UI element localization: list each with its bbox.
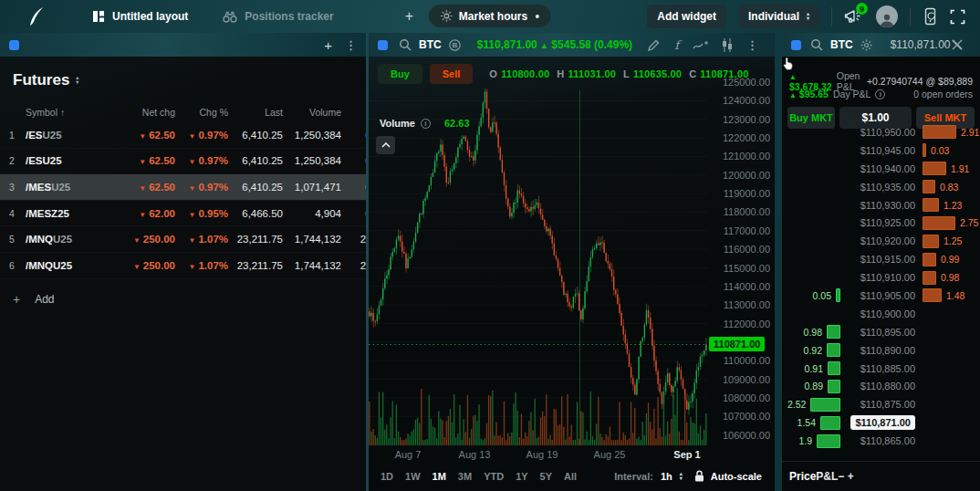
ladder-row[interactable]: 0.05$110,905.001.48 [782,287,980,305]
watchlist-title[interactable]: Futures ▴▾ [0,57,366,89]
col-chg-pct[interactable]: Chg % [175,107,228,118]
bid-bar[interactable] [827,325,840,339]
ladder-row[interactable]: $110,920.001.25 [782,232,980,250]
zoom-out-button[interactable]: − [838,470,844,483]
sell-button[interactable]: Sell [430,64,474,84]
bid-bar[interactable] [820,416,840,430]
panel-menu-button[interactable]: ⋮ [976,38,980,52]
range-button-1d[interactable]: 1D [381,471,393,482]
net-chg-cell: ▼62.50 [117,130,175,141]
down-arrow-icon: ▼ [139,132,146,141]
ask-bar[interactable] [923,198,939,212]
range-button-5y[interactable]: 5Y [540,471,552,482]
bid-bar[interactable] [817,434,840,448]
tab-positions-tracker[interactable]: Positions tracker [223,10,333,23]
watchlist-row[interactable]: 5/MNQU25▼250.00▼1.07%23,211.751,744,1322… [0,226,366,253]
candle-style-icon[interactable] [722,38,733,52]
watchlist-row[interactable]: 4/MESZ25▼62.00▼0.95%6,466.504,9046,466 [0,201,366,227]
indicators-icon[interactable]: f [674,38,679,52]
ladder-row[interactable]: $110,950.002.91 [782,123,980,141]
watchlist-title-label: Futures [13,71,69,89]
panel-handle-icon[interactable] [791,40,801,50]
candlestick-chart[interactable] [369,87,709,447]
autoscale-toggle[interactable]: Auto-scale [694,470,762,482]
bid-bar[interactable] [828,361,840,375]
col-volume[interactable]: Volume [283,107,341,118]
ladder-row[interactable]: $110,925.002.75 [782,214,980,232]
ladder-row[interactable]: $110,945.000.03 [782,141,980,160]
ladder-row[interactable]: 0.92$110,890.00 [782,341,980,360]
range-button-1w[interactable]: 1W [405,471,421,482]
gear-icon[interactable] [860,39,872,51]
price-tab[interactable]: Price [789,470,816,483]
zoom-in-button[interactable]: + [848,470,854,483]
range-button-all[interactable]: All [564,471,577,482]
ask-bar[interactable] [923,288,942,302]
chart-symbol[interactable]: BTC [419,38,442,51]
bid-size: 0.92 [804,345,822,356]
ladder-row[interactable]: 0.89$110,880.00 [782,377,980,395]
new-tab-button[interactable]: + [405,8,413,25]
ladder-row[interactable]: 1.54$110,871.00 [782,413,980,432]
chart-menu-button[interactable]: ⋮ [746,38,758,52]
volume-cell: 1,071,471 [283,182,341,193]
ladder-row[interactable]: 0.91$110,885.00 [782,360,980,378]
watchlist-row[interactable]: 6/MNQU25▼250.00▼1.07%23,211.751,744,1322… [0,253,366,279]
range-button-ytd[interactable]: YTD [484,471,504,482]
panel-menu-button[interactable]: ⋮ [345,38,357,52]
watchlist-row[interactable]: 1/ESU25▼62.50▼0.97%6,410.251,250,3846,41… [0,122,366,149]
buy-button[interactable]: Buy [378,64,422,84]
ladder-row[interactable]: $110,940.001.91 [782,160,980,178]
tab-untitled-layout[interactable]: Untitled layout [92,10,188,23]
bid-bar[interactable] [836,288,840,302]
add-widget-button[interactable]: Add widget [647,5,726,28]
account-selector[interactable]: Individual ▴▾ [738,5,819,28]
col-symbol[interactable]: Symbol ↑ [26,107,117,118]
col-last[interactable]: Last [228,107,283,118]
add-symbol-button[interactable]: + [324,37,332,53]
bid-bar[interactable] [827,343,840,357]
ladder-row[interactable]: 0.98$110,895.00 [782,323,980,341]
range-button-3m[interactable]: 3M [458,471,472,482]
ask-bar[interactable] [923,143,926,157]
disabled-tool-icon[interactable] [951,38,964,51]
ask-bar[interactable] [923,253,936,266]
range-button-1m[interactable]: 1M [433,471,446,482]
interval-stepper[interactable]: ▴▾ [680,472,683,481]
ask-bar[interactable] [923,235,939,248]
last-cell: 6,410.25 [228,130,283,141]
account-avatar[interactable] [876,5,898,27]
interval-value[interactable]: 1h [661,471,672,482]
watchlist-add-button[interactable]: + Add [0,279,366,307]
mobile-device-button[interactable] [923,7,938,26]
col-net-chg[interactable]: Net chg [117,107,175,118]
fullscreen-button[interactable] [950,9,965,25]
bid-bar[interactable] [810,398,840,412]
ladder-row[interactable]: 1.9$110,865.00 [782,432,980,450]
ladder-row[interactable]: $110,915.000.99 [782,250,980,268]
ask-bar[interactable] [923,180,935,193]
draw-icon[interactable] [647,38,661,52]
announcements-button[interactable]: 9 [844,7,864,26]
watchlist-row[interactable]: 2/ESU25▼62.50▼0.97%6,410.251,250,3846,41… [0,149,366,175]
ladder-row[interactable]: $110,930.001.23 [782,196,980,214]
ask-bar[interactable] [923,125,956,139]
panel-handle-icon[interactable] [378,40,388,50]
market-hours-button[interactable]: Market hours [429,5,551,27]
bid-bar[interactable] [828,380,840,393]
ladder-row[interactable]: $110,900.00 [782,305,980,323]
dom-symbol[interactable]: BTC [830,38,853,51]
panel-handle-icon[interactable] [9,40,19,50]
trendline-icon[interactable] [693,39,708,51]
ask-bar[interactable] [923,216,955,230]
search-icon[interactable] [399,38,412,51]
ask-bar[interactable] [923,271,936,285]
watchlist-row[interactable]: 3/MESU25▼62.50▼0.97%6,410.251,071,4716,4… [0,174,366,201]
ladder-row[interactable]: $110,910.000.98 [782,268,980,287]
range-button-1y[interactable]: 1Y [516,471,527,482]
search-icon[interactable] [810,38,823,51]
ladder-row[interactable]: 2.52$110,875.00 [782,395,980,413]
ladder-row[interactable]: $110,935.000.83 [782,178,980,196]
pnl-tab[interactable]: P&L [816,470,838,483]
ask-bar[interactable] [923,162,946,175]
